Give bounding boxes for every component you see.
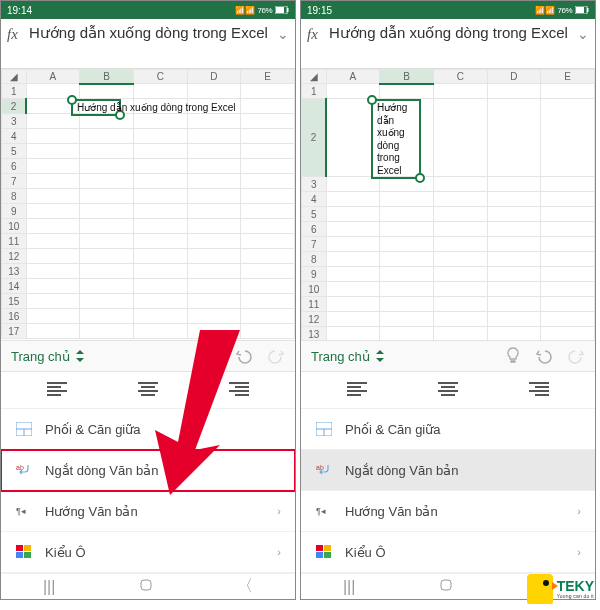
status-time: 19:14 [7, 5, 32, 16]
nav-home[interactable] [439, 578, 453, 596]
col-A[interactable]: A [326, 70, 380, 84]
undo-icon[interactable] [235, 348, 253, 364]
nav-recents[interactable]: ||| [343, 578, 355, 596]
wrap-icon: ab [315, 461, 333, 479]
format-menu: Phối & Căn giữa ab Ngắt dòng Văn bản ¶◂ … [301, 409, 595, 573]
wrap-text-item[interactable]: ab Ngắt dòng Văn bản [301, 450, 595, 491]
svg-rect-2 [287, 8, 289, 12]
cell-style-item[interactable]: Kiểu Ô › [301, 532, 595, 573]
align-center-button[interactable] [136, 382, 160, 398]
text-direction-item[interactable]: ¶◂ Hướng Văn bản › [301, 491, 595, 532]
row-1[interactable]: 1 [302, 84, 327, 99]
svg-rect-25 [441, 580, 451, 590]
svg-rect-1 [276, 7, 284, 13]
nav-recents[interactable]: ||| [43, 578, 55, 596]
formula-bar[interactable]: fx Hướng dẫn xuống dòng trong Excel ⌄ [1, 19, 295, 69]
redo-icon[interactable] [267, 348, 285, 364]
ribbon-tab-bar: Trang chủ [1, 340, 295, 372]
expand-icon [75, 350, 85, 362]
svg-rect-12 [141, 580, 151, 590]
text-direction-item[interactable]: ¶◂ Hướng Văn bản › [1, 491, 295, 532]
style-icon [315, 543, 333, 561]
undo-icon[interactable] [535, 348, 553, 364]
nav-back[interactable]: 〈 [237, 576, 253, 597]
spreadsheet-grid[interactable]: ◢ABCDE 1 2 3 4 5 6 7 8 9 10 11 12 13 Hướ… [301, 69, 595, 340]
redo-icon[interactable] [567, 348, 585, 364]
col-B[interactable]: B [80, 70, 134, 84]
cell-style-item[interactable]: Kiểu Ô › [1, 532, 295, 573]
svg-rect-10 [16, 552, 23, 558]
style-label: Kiểu Ô [345, 545, 386, 560]
status-icons: 📶📶 76% [535, 6, 589, 15]
col-E[interactable]: E [241, 70, 295, 84]
svg-rect-21 [316, 545, 323, 551]
formula-bar[interactable]: fx Hướng dẫn xuống dòng trong Excel ⌄ [301, 19, 595, 69]
status-time: 19:15 [307, 5, 332, 16]
svg-rect-23 [316, 552, 323, 558]
fx-icon: fx [7, 23, 29, 43]
merge-center-item[interactable]: Phối & Căn giữa [1, 409, 295, 450]
row-1[interactable]: 1 [2, 84, 27, 99]
col-B[interactable]: B [380, 70, 434, 84]
align-center-button[interactable] [436, 382, 460, 398]
wrap-label: Ngắt dòng Văn bản [45, 463, 159, 478]
bird-icon [527, 574, 553, 604]
wrap-text-item[interactable]: ab Ngắt dòng Văn bản [1, 450, 295, 491]
svg-rect-22 [324, 545, 331, 551]
merge-center-item[interactable]: Phối & Căn giữa [301, 409, 595, 450]
col-E[interactable]: E [541, 70, 595, 84]
chevron-down-icon[interactable]: ⌄ [577, 23, 589, 42]
battery-icon [575, 6, 589, 14]
svg-text:ab: ab [16, 464, 24, 471]
svg-text:¶◂: ¶◂ [16, 506, 26, 516]
svg-rect-14 [576, 7, 584, 13]
col-C[interactable]: C [433, 70, 487, 84]
android-nav-bar: ||| 〈 [1, 573, 295, 599]
svg-rect-9 [24, 545, 31, 551]
align-left-button[interactable] [347, 382, 371, 398]
chevron-right-icon: › [577, 505, 581, 517]
direction-icon: ¶◂ [15, 502, 33, 520]
style-icon [15, 543, 33, 561]
merge-label: Phối & Căn giữa [345, 422, 441, 437]
ribbon-tab-bar: Trang chủ [301, 340, 595, 372]
align-left-button[interactable] [47, 382, 71, 398]
lightbulb-icon[interactable] [205, 347, 221, 365]
col-A[interactable]: A [26, 70, 80, 84]
nav-home[interactable] [139, 578, 153, 596]
format-menu: Phối & Căn giữa ab Ngắt dòng Văn bản ¶◂ … [1, 409, 295, 573]
svg-rect-11 [24, 552, 31, 558]
svg-text:¶◂: ¶◂ [316, 506, 326, 516]
svg-rect-15 [587, 8, 589, 12]
svg-rect-8 [16, 545, 23, 551]
tab-home-label: Trang chủ [11, 349, 70, 364]
phone-right: 19:15 📶📶 76% fx Hướng dẫn xuống dòng tro… [300, 0, 596, 600]
tab-home[interactable]: Trang chủ [11, 349, 85, 364]
col-D[interactable]: D [487, 70, 541, 84]
row-2[interactable]: 2 [2, 99, 27, 114]
fx-icon: fx [307, 23, 329, 43]
status-battery: 76% [257, 6, 272, 15]
teky-logo: TEKY Young can do it [527, 574, 594, 604]
col-D[interactable]: D [187, 70, 241, 84]
lightbulb-icon[interactable] [505, 347, 521, 365]
align-right-button[interactable] [525, 382, 549, 398]
expand-icon [375, 350, 385, 362]
chevron-right-icon: › [277, 546, 281, 558]
alignment-row [1, 372, 295, 409]
svg-text:ab: ab [316, 464, 324, 471]
col-C[interactable]: C [133, 70, 187, 84]
wrap-icon: ab [15, 461, 33, 479]
chevron-down-icon[interactable]: ⌄ [277, 23, 289, 42]
formula-text: Hướng dẫn xuống dòng trong Excel [329, 23, 577, 43]
wrap-label: Ngắt dòng Văn bản [345, 463, 459, 478]
row-2[interactable]: 2 [302, 99, 327, 177]
svg-rect-24 [324, 552, 331, 558]
direction-icon: ¶◂ [315, 502, 333, 520]
spreadsheet-grid[interactable]: ◢ABCDE 1 2 3 4 5 6 7 8 9 10 11 12 13 14 … [1, 69, 295, 340]
merge-icon [15, 420, 33, 438]
align-right-button[interactable] [225, 382, 249, 398]
tab-home[interactable]: Trang chủ [311, 349, 385, 364]
style-label: Kiểu Ô [45, 545, 86, 560]
status-icons: 📶📶 76% [235, 6, 289, 15]
